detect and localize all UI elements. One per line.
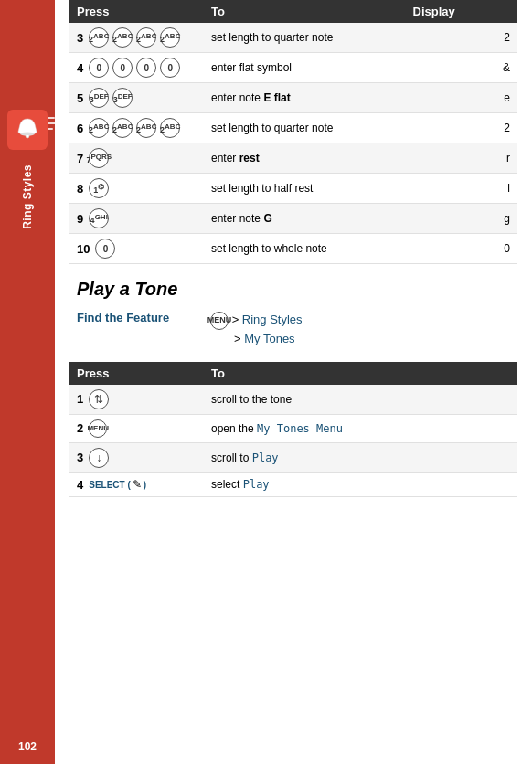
table-1-header: Press To Display [69, 0, 517, 23]
section-heading: Play a Tone [77, 279, 517, 300]
key-2abc-6: 2ABC [112, 118, 133, 138]
table-2-header: Press To [69, 362, 517, 385]
press-cell: 4 0 0 0 0 [69, 53, 204, 83]
svg-point-0 [20, 133, 35, 136]
key-2abc-7: 2ABC [136, 118, 156, 138]
col-to-header-2: To [204, 362, 517, 385]
sidebar-label: Ring Styles [21, 164, 34, 229]
table-row: 4 SELECT (✎) select Play [69, 472, 517, 496]
table-row: 8 1⌬ set length to half rest l [69, 174, 517, 204]
to-cell: scroll to Play [204, 442, 517, 472]
table-row: 2 MENU open the My Tones Menu [69, 414, 517, 442]
to-cell: enter flat symbol [204, 53, 406, 83]
press-cell: 8 1⌬ [69, 174, 204, 204]
select-icon: ✎ [133, 478, 142, 491]
select-label: SELECT ( [89, 480, 131, 490]
display-cell: 2 [406, 113, 518, 143]
find-feature-block: Find the Feature MENU > Ring Styles > My… [77, 311, 517, 349]
table-row: 1 ⇅ scroll to the tone [69, 385, 517, 415]
key-1: 1⌬ [89, 178, 109, 198]
key-4ghi: 4GHI [89, 208, 109, 228]
page-number: 102 [0, 740, 55, 753]
press-cell: 3 2ABC 2ABC 2ABC 2ABC [69, 23, 204, 53]
col-press-header: Press [69, 0, 204, 23]
key-2abc-4: 2ABC [160, 27, 180, 48]
to-cell: open the My Tones Menu [204, 414, 517, 442]
main-content: Press To Display 3 2ABC 2ABC 2ABC 2ABC s… [55, 0, 532, 526]
to-cell: enter note G [204, 204, 406, 234]
to-cell: enter note E flat [204, 83, 406, 113]
key-0-2: 0 [112, 58, 133, 78]
table-row: 5 3DEF 3DEF enter note E flat e [69, 83, 517, 113]
display-cell: 0 [406, 234, 518, 264]
display-cell: 2 [406, 23, 518, 53]
display-cell: r [406, 143, 518, 174]
table-row: 3 ↓ scroll to Play [69, 442, 517, 472]
to-cell: set length to quarter note [204, 113, 406, 143]
to-cell: enter rest [204, 143, 406, 174]
ring-styles-icon [7, 110, 48, 150]
key-0-3: 0 [136, 58, 156, 78]
to-cell: scroll to the tone [204, 385, 517, 415]
path-separator-2: > [234, 332, 244, 345]
table-1-body: 3 2ABC 2ABC 2ABC 2ABC set length to quar… [69, 23, 517, 264]
press-cell: 4 SELECT (✎) [69, 472, 204, 496]
key-2abc-5: 2ABC [89, 118, 109, 138]
col-display-header: Display [406, 0, 518, 23]
key-2abc-3: 2ABC [136, 27, 156, 48]
path-separator-1: > [232, 313, 242, 326]
table-row: 10 0 set length to whole note 0 [69, 234, 517, 264]
table-row: 3 2ABC 2ABC 2ABC 2ABC set length to quar… [69, 23, 517, 53]
table-2: Press To 1 ⇅ scroll to the tone 2 [69, 362, 517, 497]
press-cell: 2 MENU [69, 414, 204, 442]
to-cell: select Play [204, 472, 517, 496]
press-cell: 5 3DEF 3DEF [69, 83, 204, 113]
table-row: 6 2ABC 2ABC 2ABC 2ABC set length to quar… [69, 113, 517, 143]
key-0-row10: 0 [95, 239, 115, 259]
press-cell: 9 4GHI [69, 204, 204, 234]
col-to-header: To [204, 0, 406, 23]
sidebar: Ring Styles 102 [0, 0, 55, 764]
display-cell: l [406, 174, 518, 204]
find-feature-path: MENU > Ring Styles > My Tones [210, 311, 303, 349]
find-feature-label: Find the Feature [77, 311, 196, 324]
to-cell: set length to whole note [204, 234, 406, 264]
table-1: Press To Display 3 2ABC 2ABC 2ABC 2ABC s… [69, 0, 517, 264]
display-cell: g [406, 204, 518, 234]
nav-down-icon: ↓ [89, 448, 109, 468]
menu-key-icon: MENU [89, 419, 107, 438]
key-0-4: 0 [160, 58, 180, 78]
press-cell: 7 7PQRS [69, 143, 204, 174]
press-cell: 1 ⇅ [69, 385, 204, 415]
key-2abc-8: 2ABC [160, 118, 180, 138]
table-row: 9 4GHI enter note G g [69, 204, 517, 234]
path-ring-styles: Ring Styles [242, 313, 303, 326]
table-row: 7 7PQRS enter rest r [69, 143, 517, 174]
press-cell: 10 0 [69, 234, 204, 264]
to-cell: set length to quarter note [204, 23, 406, 53]
col-press-header-2: Press [69, 362, 204, 385]
key-2abc-2: 2ABC [112, 27, 133, 48]
menu-icon: MENU [210, 312, 229, 330]
press-cell: 3 ↓ [69, 442, 204, 472]
sound-waves [48, 117, 57, 130]
key-7pqrs: 7PQRS [89, 148, 109, 168]
table-row: 4 0 0 0 0 enter flat symbol & [69, 53, 517, 83]
key-2abc-1: 2ABC [89, 27, 109, 48]
path-my-tones: My Tones [244, 332, 294, 345]
display-cell: & [406, 53, 518, 83]
press-cell: 6 2ABC 2ABC 2ABC 2ABC [69, 113, 204, 143]
display-cell: e [406, 83, 518, 113]
table-2-body: 1 ⇅ scroll to the tone 2 MENU open the M… [69, 385, 517, 497]
nav-up-down-icon: ⇅ [89, 389, 109, 409]
key-3def-1: 3DEF [89, 88, 109, 108]
to-cell: set length to half rest [204, 174, 406, 204]
key-0-1: 0 [89, 58, 109, 78]
key-3def-2: 3DEF [112, 88, 133, 108]
